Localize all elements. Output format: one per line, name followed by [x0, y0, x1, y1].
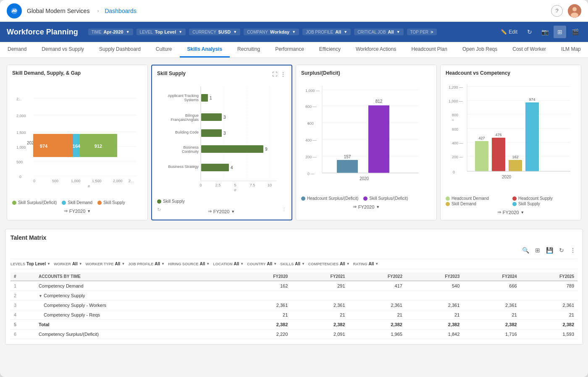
- skill-supply-chart: Skill Supply ⛶ ⋮ Applicant Tracking: [151, 65, 292, 220]
- svg-text:1,000 —: 1,000 —: [305, 89, 320, 93]
- filter-hiring-source[interactable]: HIRING SOURCE All ▼: [168, 262, 210, 266]
- charts-grid: Skill Demand, Supply, & Gap 2... 2,000 1…: [0, 58, 588, 227]
- svg-rect-36: [201, 94, 208, 102]
- tab-culture[interactable]: Culture: [148, 42, 180, 58]
- col-accounts: ACCOUNTS BY TIME: [35, 272, 234, 281]
- more-options-icon[interactable]: ⋮: [568, 245, 578, 255]
- filter-worker-type[interactable]: WORKER TYPE All ▼: [86, 262, 125, 266]
- tabs-bar: Demand Demand vs Supply Supply Dashboard…: [0, 42, 588, 58]
- expand-icon[interactable]: ⛶: [271, 71, 278, 78]
- tab-open-job-reqs[interactable]: Open Job Reqs: [455, 42, 505, 58]
- user-avatar[interactable]: [568, 4, 581, 18]
- more-icon[interactable]: ⋮: [280, 71, 286, 78]
- tab-supply-dashboard[interactable]: Supply Dashboard: [92, 42, 148, 58]
- filter-top-per[interactable]: TOP PER >: [407, 29, 437, 35]
- chart2-footer[interactable]: ⇒ FY2020 ▼: [208, 209, 235, 214]
- refresh-icon[interactable]: ↻: [557, 245, 566, 255]
- chart2-more-icon[interactable]: ⋮: [282, 207, 286, 212]
- col-fy2025[interactable]: FY2025: [520, 272, 578, 281]
- chart2-title: Skill Supply: [157, 71, 186, 76]
- chart1-title: Skill Demand, Supply, & Gap: [12, 70, 142, 76]
- svg-text:162: 162: [512, 155, 518, 159]
- svg-text:3: 3: [223, 115, 226, 120]
- svg-text:1,000: 1,000: [16, 145, 26, 149]
- video-button[interactable]: 🎬: [569, 26, 581, 38]
- svg-rect-96: [492, 138, 505, 171]
- tab-skills-analysis[interactable]: Skills Analysis: [180, 42, 230, 58]
- filter-job-profile[interactable]: JOB PROFILE All ▼: [302, 29, 351, 35]
- export-icon[interactable]: ⊞: [533, 245, 542, 255]
- svg-text:400 —: 400 —: [452, 141, 463, 145]
- breadcrumb-separator: ›: [97, 8, 99, 14]
- svg-text:912: 912: [94, 144, 102, 149]
- tab-performance[interactable]: Performance: [268, 42, 312, 58]
- tab-headcount-plan[interactable]: Headcount Plan: [404, 42, 454, 58]
- tab-workforce-actions[interactable]: Workforce Actions: [348, 42, 404, 58]
- filter-skills[interactable]: SKILLS All ▼: [280, 262, 305, 266]
- search-icon[interactable]: 🔍: [520, 245, 531, 255]
- svg-rect-72: [337, 160, 358, 173]
- col-num: #: [10, 272, 35, 281]
- tab-demand-vs-supply[interactable]: Demand vs Supply: [34, 42, 92, 58]
- svg-rect-43: [201, 129, 222, 137]
- filter-critical-job[interactable]: CRITICAL JOB All ▼: [354, 29, 403, 35]
- svg-text:2,000: 2,000: [113, 179, 123, 183]
- filter-time[interactable]: TIME Apr-2020 ▼: [88, 29, 133, 35]
- refresh-button[interactable]: ↻: [523, 26, 536, 38]
- page-title: Workforce Planning: [7, 28, 78, 37]
- svg-point-1: [572, 7, 577, 11]
- filter-competencies[interactable]: COMPETENCIES All ▼: [308, 262, 350, 266]
- edit-button[interactable]: ✏️ Edit: [497, 27, 521, 37]
- expand-icon[interactable]: ▼: [39, 294, 42, 298]
- col-fy2020[interactable]: FY2020: [234, 272, 291, 281]
- svg-text:3: 3: [223, 131, 226, 136]
- table-row: 2 ▼Competency Supply: [10, 291, 578, 301]
- chart1-footer[interactable]: ⇒ FY2020 ▼: [12, 208, 142, 214]
- grid-view-button[interactable]: ⊞: [554, 26, 566, 38]
- svg-text:Continuity: Continuity: [182, 149, 199, 154]
- save-icon[interactable]: 💾: [544, 245, 555, 255]
- camera-button[interactable]: 📷: [538, 26, 551, 38]
- svg-text:0: 0: [453, 170, 455, 174]
- tab-efficiency[interactable]: Efficiency: [312, 42, 348, 58]
- filter-company[interactable]: COMPANY Workday ▼: [244, 29, 299, 35]
- svg-text:Applicant Tracking: Applicant Tracking: [168, 94, 199, 98]
- col-fy2021[interactable]: FY2021: [291, 272, 348, 281]
- svg-text:164: 164: [73, 144, 81, 149]
- tab-ilm-map[interactable]: ILM Map: [554, 42, 588, 58]
- filter-currency[interactable]: CURRENCY $USD ▼: [189, 29, 240, 35]
- svg-text:0: 0: [200, 183, 202, 187]
- svg-rect-94: [475, 141, 488, 171]
- filter-level[interactable]: LEVEL Top Level ▼: [136, 29, 186, 35]
- tab-demand[interactable]: Demand: [0, 42, 34, 58]
- svg-text:Systems: Systems: [184, 98, 199, 102]
- col-fy2024[interactable]: FY2024: [463, 272, 520, 281]
- svg-text:Bilingue: Bilingue: [185, 113, 199, 118]
- filter-country[interactable]: COUNTRY All ▼: [247, 262, 277, 266]
- filter-levels[interactable]: LEVELS Top Level ▼: [10, 262, 50, 266]
- filter-job-profile-table[interactable]: JOB PROFILE All ▼: [128, 262, 165, 266]
- filter-worker[interactable]: WORKER All ▼: [54, 262, 82, 266]
- talent-toolbar: 🔍 ⊞ 💾 ↻ ⋮: [10, 245, 578, 255]
- svg-text:1,200 —: 1,200 —: [449, 85, 463, 89]
- svg-rect-98: [509, 160, 522, 171]
- dashboards-link[interactable]: Dashboards: [105, 8, 136, 14]
- tab-recruiting[interactable]: Recruiting: [230, 42, 268, 58]
- surplus-deficit-chart: Surplus/(Deficit) 1,000 — 800 — 600 ≈ 40…: [296, 65, 437, 220]
- tab-cost-of-worker[interactable]: Cost of Worker: [505, 42, 554, 58]
- filter-rating[interactable]: RATING All ▼: [353, 262, 379, 266]
- chart2-legend: Skill Supply: [157, 199, 286, 204]
- chart3-footer[interactable]: ⇒ FY2020 ▼: [301, 204, 431, 209]
- col-fy2023[interactable]: FY2023: [406, 272, 463, 281]
- col-fy2022[interactable]: FY2022: [349, 272, 406, 281]
- chart2-refresh-icon[interactable]: ↻: [157, 207, 161, 212]
- headcount-competency-chart: Headcount vs Competency 1,200 — 1,000 — …: [440, 65, 581, 220]
- svg-rect-16: [33, 134, 73, 157]
- svg-text:2020: 2020: [502, 175, 512, 179]
- chart1-legend: Skill Surplus/(Deficit) Skill Demand Ski…: [12, 200, 142, 205]
- help-icon[interactable]: ?: [551, 5, 563, 17]
- skill-demand-supply-chart: Skill Demand, Supply, & Gap 2... 2,000 1…: [7, 65, 148, 220]
- filter-location[interactable]: LOCATION All ▼: [213, 262, 244, 266]
- table-row: 6 Competency Surplus/(Deficit) 2,220 2,0…: [10, 330, 578, 339]
- chart4-footer[interactable]: ⇒ FY2020 ▼: [446, 209, 576, 215]
